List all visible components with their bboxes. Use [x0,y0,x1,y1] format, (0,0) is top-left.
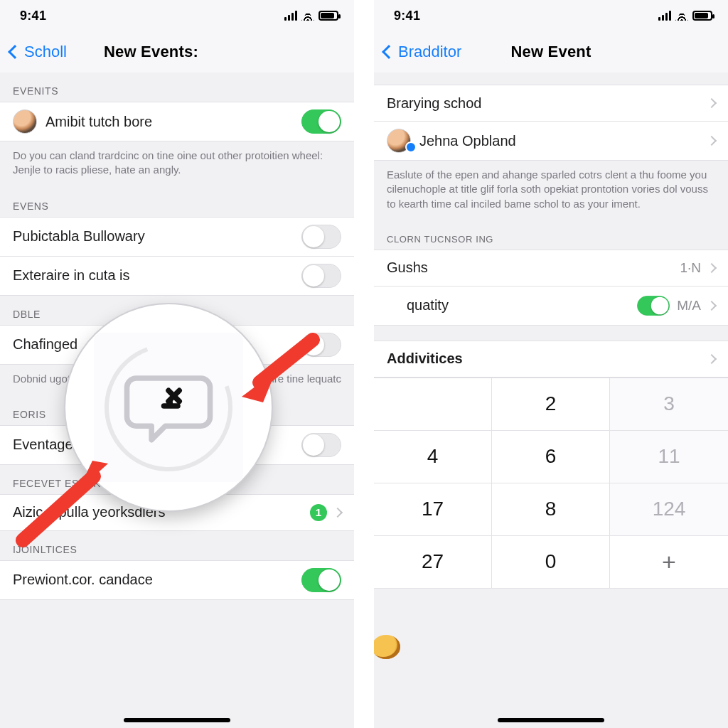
row-gushs[interactable]: Gushs 1·N [374,250,728,287]
section-note: Easlute of the epen and ahange sparled c… [374,161,728,221]
row-label: Addivitices [387,350,708,367]
settings-list[interactable]: Brarying schod Jehna Opbland Easlute of … [374,73,728,728]
nav-bar: Scholl New Events: [0,31,354,73]
status-icons [658,11,712,21]
chevron-right-icon [707,354,717,364]
nav-bar: Bradditor New Event [374,31,728,73]
section-header-evens: EVENS [0,188,354,218]
row-label: Pubictabla Bullowary [13,228,301,245]
left-phone: 9:41 Scholl New Events: EVENITS Amibit t… [0,0,354,728]
chevron-left-icon [382,45,396,59]
row-label: Brarying schod [387,95,708,112]
toggle-quatity[interactable] [637,296,670,316]
annotation-arrow-icon [16,448,129,547]
key-blank[interactable] [374,378,492,431]
row-exteraire[interactable]: Exteraire in cuta is [0,256,354,296]
wifi-icon [675,11,688,21]
page-title: New Events: [104,43,198,61]
annotation-arrow-icon [220,333,320,418]
battery-icon [318,11,338,21]
battery-icon [692,11,712,21]
key-17[interactable]: 17 [374,483,492,536]
status-time: 9:41 [20,9,46,23]
row-value: 1·N [680,260,701,276]
back-label: Bradditor [398,43,461,61]
status-bar: 9:41 [0,0,354,31]
status-icons [284,11,338,21]
avatar [13,109,37,134]
row-label: Exteraire in cuta is [13,267,301,284]
chevron-right-icon [707,301,717,311]
right-phone: 9:41 Bradditor New Event Brarying schod [374,0,728,728]
wifi-icon [301,11,314,21]
key-124[interactable]: 124 [610,483,728,536]
count-badge: 1 [310,504,327,521]
avatar [387,129,411,153]
back-button[interactable]: Scholl [10,43,67,61]
row-label: Amibit tutch bore [46,114,301,130]
row-label: Jehna Opbland [419,133,708,149]
cellular-icon [284,11,297,21]
status-time: 9:41 [394,9,420,23]
section-header-events: EVENITS [0,73,354,102]
row-label: quatity [407,297,630,314]
key-27[interactable]: 27 [374,536,492,589]
back-button[interactable]: Bradditor [384,43,461,61]
bee-icon [374,635,400,659]
row-label: Prewiont.cor. candace [13,572,301,588]
key-8[interactable]: 8 [492,483,610,536]
home-indicator[interactable] [498,718,604,722]
key-2[interactable]: 2 [492,378,610,431]
row-brarying[interactable]: Brarying schod [374,85,728,122]
row-amibit[interactable]: Amibit tutch bore [0,102,354,141]
home-indicator[interactable] [124,718,230,722]
numeric-keypad[interactable]: 2 3 4 6 11 17 8 124 27 0 + [374,378,728,589]
section-header-clorn: CLORN TUCNSOR ING [374,221,728,250]
row-prewiont[interactable]: Prewiont.cor. candace [0,560,354,600]
row-quatity[interactable]: quatity M/A [374,286,728,326]
chevron-right-icon [333,508,343,518]
key-6[interactable]: 6 [492,431,610,483]
key-0[interactable]: 0 [492,536,610,589]
row-pubictabla[interactable]: Pubictabla Bullowary [0,217,354,257]
toggle-amibit[interactable] [301,109,341,134]
row-label: Gushs [387,259,680,276]
chevron-right-icon [707,98,717,108]
row-value: M/A [677,298,701,314]
key-4[interactable]: 4 [374,431,492,483]
key-11[interactable]: 11 [610,431,728,483]
toggle-prewiont[interactable] [301,568,341,592]
cellular-icon [658,11,671,21]
key-3[interactable]: 3 [610,378,728,431]
toggle-pubictabla[interactable] [301,225,341,249]
section-note: Do you can cland trardcinc on tine oine … [0,141,354,188]
toggle-exteraire[interactable] [301,264,341,288]
status-bar: 9:41 [374,0,728,31]
chevron-right-icon [707,136,717,146]
chevron-left-icon [8,45,22,59]
key-plus[interactable]: + [610,536,728,589]
toggle-eventage[interactable] [301,433,341,457]
chevron-right-icon [707,263,717,273]
row-jehna[interactable]: Jehna Opbland [374,121,728,161]
back-label: Scholl [24,43,67,61]
row-addivitices[interactable]: Addivitices [374,341,728,378]
